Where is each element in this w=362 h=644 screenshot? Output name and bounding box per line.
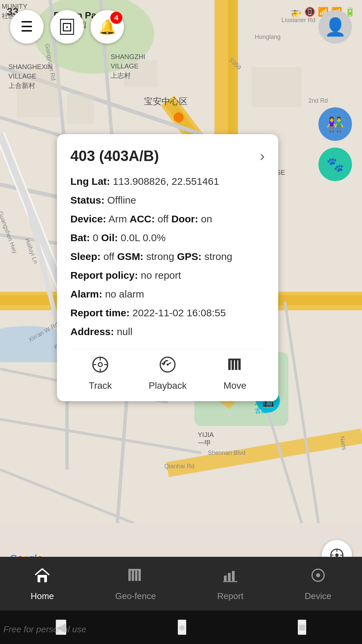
map-road-shennan: Shennan Blvd	[208, 449, 245, 457]
card-row-report-time: Report time: 2022-11-02 16:08:55	[70, 306, 265, 320]
nav-device-label: Device	[305, 591, 331, 601]
card-row-lnglat: Lng Lat: 113.908826, 22.551461	[70, 174, 265, 189]
map-road-qianhai: Qianhai Rd	[164, 463, 194, 470]
map-label-shangzhi: SHANGZHI VILLAGE 上志村	[111, 52, 145, 80]
svg-rect-56	[224, 576, 227, 581]
map-label-shanghexin: SHANGHEXIN VILLAGE 上合新村	[8, 62, 53, 90]
svg-rect-53	[135, 570, 137, 581]
nav-item-home[interactable]: Home	[31, 566, 54, 601]
notification-button[interactable]: 🔔 4	[90, 10, 124, 44]
card-row-status: Status: Offline	[70, 193, 265, 207]
svg-point-30	[98, 363, 102, 367]
track-icon	[92, 356, 109, 377]
nav-geofence-label: Geo-fence	[115, 591, 156, 601]
card-title: 403 (403A/B)	[70, 148, 159, 164]
svg-rect-52	[132, 570, 134, 581]
svg-rect-50	[40, 578, 44, 582]
svg-rect-39	[232, 359, 234, 370]
bottom-nav: Home Geo-fence Report	[0, 557, 362, 610]
avatar-icon: 👤	[324, 17, 346, 37]
system-nav: Free for personal use ◀ ● ■	[0, 610, 362, 644]
card-row-device: Device: Arm ACC: off Door: on	[70, 212, 265, 226]
playback-icon	[159, 356, 176, 377]
svg-rect-22	[67, 94, 94, 124]
card-row-address: Address: null	[70, 325, 265, 339]
top-controls: ☰ ⊡ 🔔 4 👤	[0, 10, 362, 44]
watermark-text: Free for personal use	[3, 624, 86, 635]
info-card: 403 (403A/B) › Lng Lat: 113.908826, 22.5…	[57, 134, 278, 401]
card-row-report-policy: Report policy: no report	[70, 268, 265, 282]
menu-button[interactable]: ☰	[10, 10, 44, 44]
group-icon: 👫	[326, 116, 344, 132]
card-arrow-button[interactable]: ›	[260, 148, 265, 164]
card-row-bat: Bat: 0 Oil: 0.0L 0.0%	[70, 231, 265, 245]
move-label: Move	[224, 380, 246, 391]
svg-rect-57	[228, 573, 231, 581]
recent-button[interactable]: ■	[298, 620, 306, 635]
svg-rect-41	[238, 359, 241, 370]
svg-point-44	[335, 553, 339, 557]
svg-rect-58	[232, 571, 235, 581]
svg-rect-42	[228, 359, 241, 360]
expand-button[interactable]: ⊡	[50, 10, 84, 44]
paw-icon: 🐾	[326, 156, 344, 173]
notification-badge: 4	[110, 12, 122, 24]
orange-dot	[174, 112, 184, 122]
avatar-button[interactable]: 👤	[318, 10, 352, 44]
report-icon	[221, 566, 239, 588]
move-icon	[226, 356, 244, 377]
nav-home-label: Home	[31, 591, 54, 601]
playback-label: Playback	[148, 380, 187, 391]
svg-rect-38	[228, 359, 231, 370]
nav-item-report[interactable]: Report	[217, 566, 243, 601]
map-label-xinan: Xin'an 古城	[255, 399, 275, 415]
card-row-alarm: Alarm: no alarm	[70, 287, 265, 301]
track-label: Track	[89, 380, 112, 391]
svg-rect-51	[128, 570, 131, 581]
svg-rect-40	[235, 359, 237, 370]
move-button[interactable]: Move	[224, 356, 246, 391]
nav-report-label: Report	[217, 591, 243, 601]
nav-item-device[interactable]: Device	[305, 566, 331, 601]
device-icon	[309, 566, 327, 588]
playback-button[interactable]: Playback	[148, 356, 187, 391]
side-buttons: 👫 🐾	[318, 107, 352, 181]
paw-button[interactable]: 🐾	[318, 148, 352, 181]
svg-rect-55	[128, 569, 141, 571]
svg-rect-54	[138, 570, 141, 581]
svg-line-37	[168, 363, 171, 365]
group-button[interactable]: 👫	[318, 107, 352, 141]
home-icon	[33, 566, 51, 588]
svg-rect-25	[251, 67, 302, 107]
track-button[interactable]: Track	[89, 356, 112, 391]
geofence-icon	[126, 566, 144, 588]
map-road-2nd: 2nd Rd	[308, 97, 328, 104]
card-actions: Track Playback	[70, 349, 265, 391]
map-label-yijia: YIJIA 一甲	[198, 431, 214, 448]
nav-item-geofence[interactable]: Geo-fence	[115, 566, 156, 601]
map-label-baoan-center: 宝安中心区	[144, 96, 188, 107]
card-row-sleep: Sleep: off GSM: strong GPS: strong	[70, 250, 265, 264]
top-right-controls: 👤	[318, 10, 352, 44]
svg-point-61	[316, 573, 320, 577]
home-button[interactable]: ●	[178, 620, 186, 635]
card-header: 403 (403A/B) ›	[70, 148, 265, 164]
